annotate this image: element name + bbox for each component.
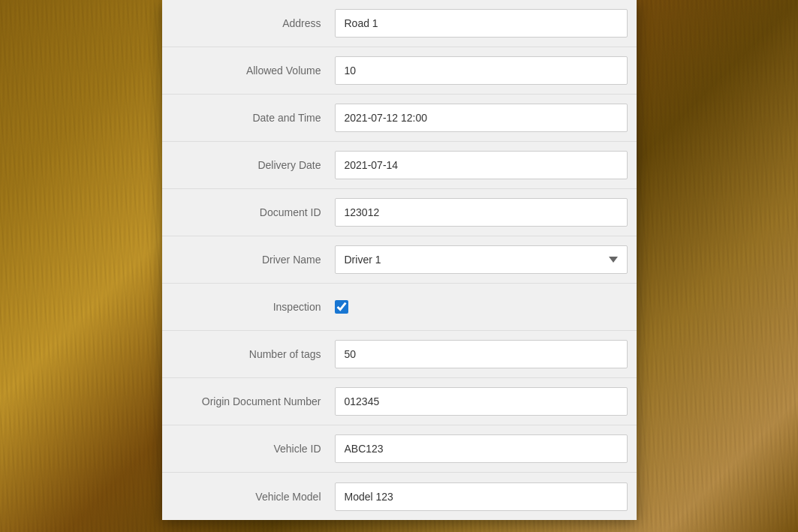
vehicle-id-row: Vehicle ID	[162, 425, 637, 473]
address-row: Address	[162, 0, 637, 47]
driver-name-label: Driver Name	[162, 254, 335, 266]
vehicle-id-input[interactable]	[335, 434, 628, 463]
document-id-row: Document ID	[162, 189, 637, 236]
date-and-time-label: Date and Time	[162, 112, 335, 124]
origin-document-number-label: Origin Document Number	[162, 395, 335, 407]
date-and-time-row: Date and Time	[162, 95, 637, 142]
document-id-label: Document ID	[162, 206, 335, 218]
allowed-volume-row: Allowed Volume	[162, 47, 637, 95]
number-of-tags-input[interactable]	[335, 340, 628, 368]
address-label: Address	[162, 17, 335, 29]
inspection-label: Inspection	[162, 301, 335, 313]
vehicle-id-label: Vehicle ID	[162, 443, 335, 455]
number-of-tags-row: Number of tags	[162, 331, 637, 378]
inspection-checkbox-wrapper	[335, 300, 348, 314]
modal-overlay: Address Allowed Volume Date and Time Del…	[0, 0, 798, 532]
address-input[interactable]	[335, 9, 628, 38]
vehicle-model-input[interactable]	[335, 482, 628, 511]
origin-document-number-row: Origin Document Number	[162, 378, 637, 425]
allowed-volume-input[interactable]	[335, 56, 628, 85]
driver-name-row: Driver Name Driver 1 Driver 2 Driver 3	[162, 236, 637, 284]
form-modal: Address Allowed Volume Date and Time Del…	[162, 0, 637, 520]
inspection-row: Inspection	[162, 284, 637, 331]
document-id-input[interactable]	[335, 198, 628, 227]
delivery-date-input[interactable]	[335, 151, 628, 179]
number-of-tags-label: Number of tags	[162, 348, 335, 360]
delivery-date-label: Delivery Date	[162, 159, 335, 171]
inspection-checkbox[interactable]	[335, 300, 348, 314]
allowed-volume-label: Allowed Volume	[162, 65, 335, 77]
vehicle-model-label: Vehicle Model	[162, 491, 335, 503]
vehicle-model-row: Vehicle Model	[162, 473, 637, 520]
origin-document-number-input[interactable]	[335, 387, 628, 416]
delivery-date-row: Delivery Date	[162, 142, 637, 189]
driver-name-select[interactable]: Driver 1 Driver 2 Driver 3	[335, 245, 628, 274]
date-and-time-input[interactable]	[335, 104, 628, 132]
